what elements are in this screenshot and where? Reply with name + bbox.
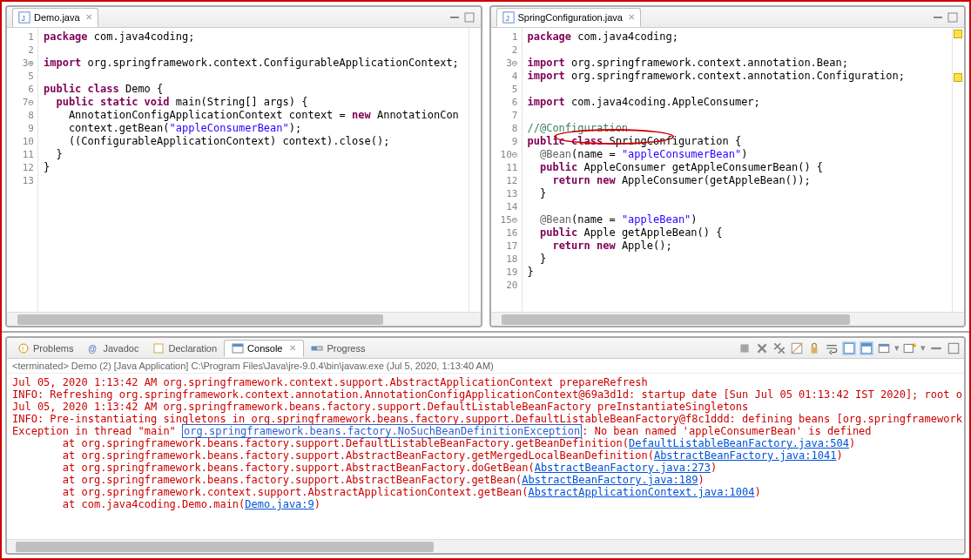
tab-label: Problems	[33, 343, 73, 354]
java-file-icon: J	[502, 11, 515, 24]
tab-label: Javadoc	[103, 343, 138, 354]
editors-split: J Demo.java ✕ 1 2 3⊕ 5 6 7⊖ 8 9 10 11 12…	[2, 2, 969, 333]
scroll-lock-icon[interactable]	[807, 341, 821, 355]
code-content[interactable]: package com.java4coding;import org.sprin…	[523, 28, 953, 312]
pin-console-icon[interactable]	[842, 341, 856, 355]
bottom-views: ! Problems @ Javadoc Declaration Console…	[5, 336, 966, 555]
svg-rect-3	[465, 13, 474, 22]
console-icon	[232, 342, 244, 354]
tab-bar-right: J SpringConfiguration.java ✕	[491, 7, 965, 28]
line-gutter: 1 2 3⊖ 4 5 6 7 8 9 10⊖ 11 12 13 14 15⊖ 1…	[491, 28, 523, 312]
scroll-thumb[interactable]	[17, 314, 383, 325]
scroll-thumb[interactable]	[16, 542, 434, 552]
open-console-icon[interactable]	[877, 341, 891, 355]
svg-rect-18	[812, 347, 818, 353]
tab-progress[interactable]: Progress	[304, 341, 372, 356]
editor-right: J SpringConfiguration.java ✕ 1 2 3⊖ 4 5 …	[489, 5, 967, 327]
clear-console-icon[interactable]	[790, 341, 804, 355]
minimize-icon[interactable]	[932, 11, 944, 24]
remove-all-icon[interactable]	[772, 341, 786, 355]
views-tabs: ! Problems @ Javadoc Declaration Console…	[7, 338, 964, 359]
svg-text:J: J	[22, 13, 25, 22]
javadoc-icon: @	[87, 342, 99, 354]
close-icon[interactable]: ✕	[85, 12, 92, 22]
code-content[interactable]: package com.java4coding;import org.sprin…	[38, 28, 469, 312]
svg-rect-26	[948, 343, 958, 353]
svg-rect-11	[154, 344, 163, 353]
svg-text:!: !	[22, 345, 24, 353]
tab-label: Console	[247, 343, 282, 354]
dropdown-icon[interactable]: ▾	[894, 342, 900, 354]
svg-rect-24	[904, 344, 913, 352]
warning-marker[interactable]	[954, 30, 962, 38]
overview-ruler[interactable]	[469, 28, 481, 312]
tab-demo-java[interactable]: J Demo.java ✕	[12, 8, 98, 27]
svg-rect-15	[312, 347, 317, 350]
svg-rect-21	[861, 343, 871, 346]
console-scrollbar[interactable]	[7, 539, 964, 553]
warning-marker[interactable]	[954, 73, 962, 82]
maximize-icon[interactable]	[947, 11, 959, 24]
svg-text:@: @	[88, 344, 97, 354]
tab-label: Demo.java	[34, 12, 80, 23]
console-output[interactable]: Jul 05, 2020 1:13:42 AM org.springframew…	[7, 374, 964, 539]
code-area-right[interactable]: 1 2 3⊖ 4 5 6 7 8 9 10⊖ 11 12 13 14 15⊖ 1…	[491, 28, 965, 312]
code-area-left[interactable]: 1 2 3⊕ 5 6 7⊖ 8 9 10 11 12 13 package co…	[7, 28, 481, 312]
console-toolbar: ▾ ▾	[738, 341, 961, 355]
tab-springconfig-java[interactable]: J SpringConfiguration.java ✕	[496, 8, 641, 27]
close-icon[interactable]: ✕	[289, 343, 296, 353]
scrollbar-h[interactable]	[7, 312, 481, 326]
tab-label: SpringConfiguration.java	[518, 12, 623, 23]
remove-launch-icon[interactable]	[755, 341, 769, 355]
svg-rect-13	[233, 344, 243, 347]
tab-javadoc[interactable]: @ Javadoc	[80, 341, 145, 356]
svg-rect-6	[934, 17, 942, 18]
java-file-icon: J	[18, 11, 30, 24]
svg-rect-7	[948, 13, 957, 22]
tab-label: Declaration	[168, 343, 217, 354]
tab-declaration[interactable]: Declaration	[145, 341, 224, 356]
tab-label: Progress	[327, 343, 365, 354]
declaration-icon	[152, 342, 165, 354]
progress-icon	[311, 342, 323, 354]
launch-terminated-label: <terminated> Demo (2) [Java Application]…	[7, 359, 964, 374]
scrollbar-h[interactable]	[491, 312, 965, 326]
svg-rect-19	[844, 343, 853, 353]
svg-rect-2	[450, 17, 459, 18]
minimize-icon[interactable]	[448, 11, 461, 24]
minimize-icon[interactable]	[929, 341, 943, 355]
svg-text:J: J	[505, 13, 509, 22]
tab-console[interactable]: Console ✕	[224, 340, 304, 357]
line-gutter: 1 2 3⊕ 5 6 7⊖ 8 9 10 11 12 13	[7, 28, 38, 312]
dropdown-icon[interactable]: ▾	[920, 342, 926, 354]
new-console-icon[interactable]	[903, 341, 917, 355]
maximize-icon[interactable]	[463, 11, 475, 24]
display-selected-icon[interactable]	[860, 341, 873, 355]
terminate-icon[interactable]	[738, 341, 752, 355]
problems-icon: !	[17, 342, 30, 354]
svg-rect-25	[931, 347, 941, 348]
tab-problems[interactable]: ! Problems	[10, 341, 80, 356]
scroll-thumb[interactable]	[502, 314, 850, 325]
maximize-icon[interactable]	[947, 341, 961, 355]
word-wrap-icon[interactable]	[825, 341, 839, 355]
close-icon[interactable]: ✕	[628, 12, 635, 22]
svg-rect-23	[879, 344, 888, 346]
overview-ruler[interactable]	[952, 28, 964, 312]
tab-bar-left: J Demo.java ✕	[7, 7, 481, 28]
editor-left: J Demo.java ✕ 1 2 3⊕ 5 6 7⊖ 8 9 10 11 12…	[5, 5, 482, 327]
svg-rect-16	[740, 344, 748, 352]
